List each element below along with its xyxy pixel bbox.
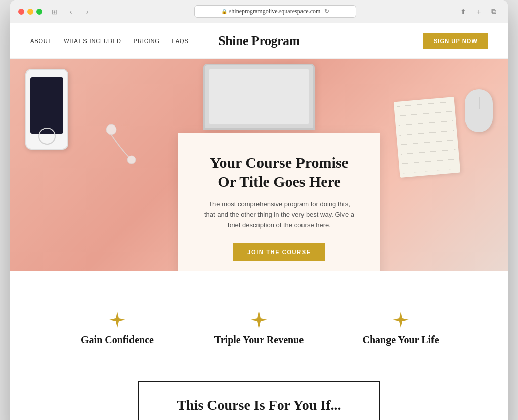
svg-marker-3 — [251, 312, 267, 328]
svg-marker-4 — [393, 312, 409, 328]
signup-button[interactable]: SIGN UP NOW — [423, 33, 488, 49]
course-for-box: This Course Is For You If... — [138, 381, 380, 420]
hero-card-description: The most comprehensive program for doing… — [202, 199, 356, 231]
hero-section: Your Course Promise Or Title Goes Here T… — [10, 59, 508, 271]
browser-actions: ⬆ + ⧉ — [457, 6, 500, 18]
tabs-button[interactable]: ⧉ — [488, 6, 500, 18]
change-life-label: Change Your Life — [340, 334, 461, 346]
hero-card: Your Course Promise Or Title Goes Here T… — [178, 133, 380, 271]
sidebar-toggle-button[interactable]: ⊞ — [49, 6, 61, 18]
hero-laptop-decoration — [203, 64, 315, 130]
traffic-light-red[interactable] — [18, 9, 24, 15]
forward-button[interactable]: › — [81, 6, 93, 18]
site-logo[interactable]: Shine Program — [218, 33, 299, 49]
svg-point-1 — [127, 156, 136, 164]
hero-phone-decoration — [25, 69, 68, 150]
browser-chrome: ⊞ ‹ › 🔒 shineprogramgolive.squarespace.c… — [10, 0, 508, 23]
nav-link-faqs[interactable]: FAQS — [172, 38, 189, 44]
join-course-button[interactable]: JOIN THE COURSE — [233, 243, 325, 261]
new-tab-button[interactable]: + — [472, 6, 485, 18]
hero-earbuds-decoration — [101, 119, 152, 170]
course-for-title: This Course Is For You If... — [169, 397, 349, 413]
svg-point-0 — [106, 124, 116, 135]
hero-card-title: Your Course Promise Or Title Goes Here — [202, 153, 356, 191]
nav-link-about[interactable]: ABOUT — [30, 38, 52, 44]
reload-icon[interactable]: ↻ — [324, 8, 329, 15]
address-bar[interactable]: 🔒 shineprogramgolive.squarespace.com ↻ — [194, 5, 356, 18]
back-button[interactable]: ‹ — [65, 6, 77, 18]
traffic-lights — [18, 9, 42, 15]
url-text: shineprogramgolive.squarespace.com — [229, 8, 321, 15]
feature-item-change-life: Change Your Life — [330, 312, 471, 346]
features-section: Gain Confidence Triple Your Revenue Chan… — [10, 271, 508, 366]
nav-left: ABOUT WHAT'S INCLUDED PRICING FAQS — [30, 38, 189, 44]
feature-item-gain-confidence: Gain Confidence — [47, 312, 188, 346]
share-button[interactable]: ⬆ — [457, 6, 469, 18]
navbar: ABOUT WHAT'S INCLUDED PRICING FAQS Shine… — [10, 23, 508, 59]
gain-confidence-star-icon — [109, 312, 125, 328]
svg-marker-2 — [109, 312, 125, 328]
change-life-star-icon — [393, 312, 409, 328]
hero-mouse-decoration — [465, 89, 493, 132]
nav-link-whats-included[interactable]: WHAT'S INCLUDED — [64, 38, 121, 44]
bottom-section: This Course Is For You If... — [10, 366, 508, 420]
address-bar-container: 🔒 shineprogramgolive.squarespace.com ↻ — [99, 5, 451, 18]
lock-icon: 🔒 — [221, 9, 227, 14]
browser-window: ⊞ ‹ › 🔒 shineprogramgolive.squarespace.c… — [10, 0, 508, 420]
triple-revenue-star-icon — [251, 312, 267, 328]
triple-revenue-label: Triple Your Revenue — [198, 334, 320, 346]
feature-item-triple-revenue: Triple Your Revenue — [188, 312, 330, 346]
traffic-light-green[interactable] — [36, 9, 42, 15]
page-content: ABOUT WHAT'S INCLUDED PRICING FAQS Shine… — [10, 23, 508, 420]
hero-notebook-decoration — [394, 97, 461, 178]
nav-link-pricing[interactable]: PRICING — [134, 38, 160, 44]
gain-confidence-label: Gain Confidence — [57, 334, 178, 346]
traffic-light-yellow[interactable] — [27, 9, 33, 15]
browser-controls: ⊞ ‹ › — [49, 6, 93, 18]
